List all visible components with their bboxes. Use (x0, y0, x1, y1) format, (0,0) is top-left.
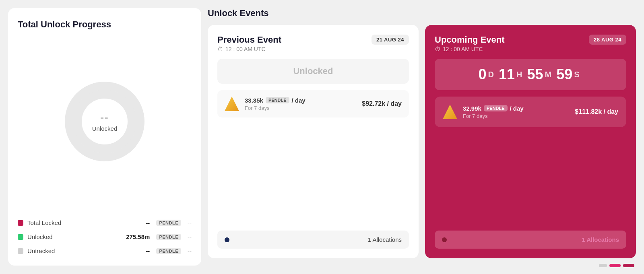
legend-name-total-locked: Total Locked (27, 219, 142, 226)
legend: Total Locked -- PENDLE -- Unlocked 275.5… (18, 219, 192, 254)
upcoming-event-card: Upcoming Event ⏱ 12 : 00 AM UTC 28 AUG 2… (425, 25, 636, 258)
donut-dash: -- (92, 111, 118, 124)
countdown-seconds-unit: S (574, 70, 579, 79)
upcoming-alloc-dot (442, 237, 447, 242)
donut-chart: -- Unlocked (60, 77, 149, 166)
previous-event-header: Previous Event ⏱ 12 : 00 AM UTC 21 AUG 2… (217, 35, 409, 52)
previous-event-date: 21 AUG 24 (372, 35, 409, 45)
previous-event-time: ⏱ 12 : 00 AM UTC (217, 46, 281, 52)
countdown-days: 0 (478, 66, 486, 83)
upcoming-event-name: Upcoming Event (435, 35, 505, 45)
legend-suffix-total-locked: -- (188, 219, 192, 226)
page-dot-1[interactable] (599, 264, 607, 267)
donut-center: -- Unlocked (92, 111, 118, 132)
upcoming-usd-rate: $111.82k / day (575, 108, 618, 115)
countdown-hours-unit: H (516, 70, 522, 79)
upcoming-allocations-row[interactable]: 1 Allocations (435, 231, 626, 249)
previous-token-badge: PENDLE (266, 97, 289, 103)
countdown-minutes: 55 (527, 66, 543, 83)
previous-token-details: 33.35k PENDLE / day For 7 days (245, 97, 356, 111)
page-dot-3[interactable] (623, 264, 634, 267)
legend-suffix-unlocked: -- (188, 233, 192, 240)
donut-container: -- Unlocked (18, 39, 192, 203)
upcoming-token-duration: For 7 days (463, 113, 569, 119)
upcoming-event-header: Upcoming Event ⏱ 12 : 00 AM UTC 28 AUG 2… (435, 35, 626, 52)
pendle-token-icon (225, 97, 239, 111)
previous-usd-rate: $92.72k / day (362, 100, 402, 107)
legend-dot-green (18, 234, 23, 240)
pagination (208, 264, 636, 267)
upcoming-alloc-count: 1 Allocations (451, 236, 619, 243)
legend-dot-red (18, 220, 23, 226)
donut-label: Unlocked (92, 125, 118, 132)
previous-event-time-value: 12 : 00 AM UTC (225, 46, 266, 52)
previous-token-rate: 33.35k PENDLE / day (245, 97, 356, 104)
previous-token-duration: For 7 days (245, 105, 356, 111)
clock-icon: ⏱ (217, 46, 223, 52)
legend-dot-gray (18, 248, 23, 254)
upcoming-token-amount: 32.99k (463, 105, 481, 112)
legend-value-total-locked: -- (146, 219, 150, 226)
legend-name-untracked: Untracked (27, 247, 142, 254)
upcoming-clock-icon: ⏱ (435, 46, 440, 52)
legend-badge-untracked: PENDLE (156, 248, 181, 254)
legend-name-unlocked: Unlocked (27, 233, 122, 240)
upcoming-token-info: 32.99k PENDLE / day For 7 days $111.82k … (443, 105, 618, 119)
legend-badge-total-locked: PENDLE (156, 220, 181, 226)
legend-value-unlocked: 275.58m (126, 233, 150, 240)
previous-alloc-count: 1 Allocations (233, 236, 402, 243)
legend-value-untracked: -- (146, 247, 150, 254)
unlocked-button[interactable]: Unlocked (217, 59, 409, 84)
countdown-days-unit: D (488, 70, 493, 79)
previous-token-amount: 33.35k (245, 97, 263, 104)
previous-per-day: / day (292, 97, 305, 104)
upcoming-pendle-token-icon (443, 105, 457, 119)
countdown-seconds: 59 (556, 66, 572, 83)
legend-item-untracked: Untracked -- PENDLE -- (18, 247, 192, 254)
upcoming-event-date: 28 AUG 24 (589, 35, 626, 45)
previous-token-info: 33.35k PENDLE / day For 7 days $92.72k /… (217, 90, 409, 117)
upcoming-event-time-value: 12 : 00 AM UTC (443, 46, 483, 52)
legend-badge-unlocked: PENDLE (156, 234, 181, 240)
upcoming-per-day: / day (510, 105, 524, 112)
legend-suffix-untracked: -- (188, 247, 192, 254)
legend-item-total-locked: Total Locked -- PENDLE -- (18, 219, 192, 226)
previous-event-name: Previous Event (217, 35, 281, 45)
upcoming-token-badge: PENDLE (484, 105, 508, 111)
upcoming-token-details: 32.99k PENDLE / day For 7 days (463, 105, 569, 119)
right-section: Unlock Events Previous Event ⏱ 12 : 00 A… (208, 8, 636, 267)
countdown-hours: 11 (499, 66, 515, 83)
previous-alloc-dot (225, 237, 229, 242)
previous-event-card: Previous Event ⏱ 12 : 00 AM UTC 21 AUG 2… (208, 25, 419, 258)
upcoming-event-time: ⏱ 12 : 00 AM UTC (435, 46, 505, 52)
panel-title: Total Unlock Progress (18, 19, 192, 30)
section-title: Unlock Events (208, 8, 636, 19)
events-row: Previous Event ⏱ 12 : 00 AM UTC 21 AUG 2… (208, 25, 636, 258)
left-panel: Total Unlock Progress -- Unlocked Total … (8, 8, 201, 266)
page-dot-2[interactable] (609, 264, 621, 267)
legend-item-unlocked: Unlocked 275.58m PENDLE -- (18, 233, 192, 240)
upcoming-token-rate: 32.99k PENDLE / day (463, 105, 569, 112)
previous-allocations-row[interactable]: 1 Allocations (217, 231, 409, 249)
countdown-bar: 0 D 11 H 55 M 59 S (435, 59, 626, 90)
countdown-minutes-unit: M (545, 70, 551, 79)
